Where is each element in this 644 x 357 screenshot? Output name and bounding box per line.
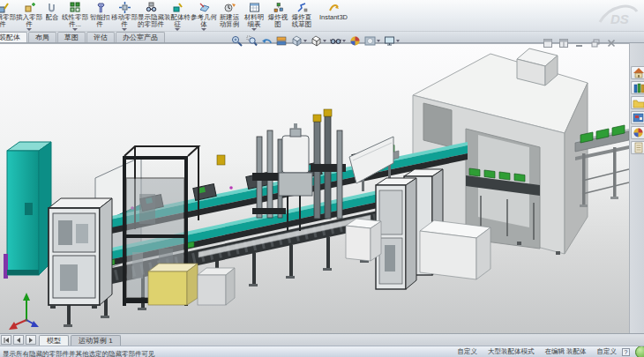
tab-assembly[interactable]: 装配体 — [0, 32, 27, 42]
dropdown-arrow-icon[interactable] — [251, 28, 257, 31]
section-view-icon — [276, 35, 288, 47]
minimize-button[interactable] — [575, 35, 584, 51]
toolbar-exploded-view-button[interactable]: 爆炸视图 — [266, 0, 289, 31]
exploded-view-icon — [273, 1, 284, 14]
view-settings-icon — [384, 35, 395, 47]
restore-button[interactable] — [591, 35, 600, 51]
gray-box[interactable] — [198, 268, 235, 305]
custom-properties-button[interactable] — [631, 141, 644, 154]
tab-motion-study-1[interactable]: 运动算例 1 — [71, 335, 121, 346]
insert-components-icon — [24, 1, 35, 14]
zoom-to-fit-icon — [231, 35, 243, 47]
help-icon[interactable]: ? — [622, 348, 630, 356]
appearances-scenes-button[interactable] — [631, 126, 644, 139]
section-view-button[interactable] — [276, 35, 288, 47]
toolbar-bill-of-materials-button[interactable]: 材料明细表 — [242, 0, 266, 31]
tab-sketch[interactable]: 草图 — [57, 32, 86, 42]
toolbar-linear-component-pattern-button[interactable]: 线性零部件... — [62, 0, 88, 31]
move-component-icon — [119, 1, 131, 14]
toolbar-reference-geometry-button[interactable]: 参考几何体 — [191, 0, 217, 31]
tab-evaluate[interactable]: 评估 — [86, 32, 115, 42]
watermark-text: DS — [610, 11, 629, 26]
dropdown-arrow-icon[interactable] — [323, 40, 326, 42]
dropdown-arrow-icon[interactable] — [201, 28, 206, 31]
view-orientation-button[interactable] — [291, 35, 307, 47]
toolbar-button-label: 显示隐藏的零部件 — [138, 14, 164, 28]
tab-scroll-left-button[interactable] — [13, 335, 24, 345]
display-style-button[interactable] — [311, 35, 326, 47]
reference-geometry-icon — [198, 1, 210, 14]
tab-layout[interactable]: 布局 — [28, 32, 56, 42]
smart-fasteners-icon — [94, 1, 106, 14]
show-hidden-components-icon — [146, 1, 157, 14]
status-custom-config[interactable]: 自定义 — [597, 347, 618, 356]
hide-show-items-icon — [330, 35, 341, 47]
dropdown-arrow-icon[interactable] — [303, 40, 307, 42]
tab-scroll-start-button[interactable] — [1, 335, 11, 345]
tab-model[interactable]: 模型 — [39, 335, 69, 346]
dropdown-arrow-icon[interactable] — [377, 40, 380, 42]
solidworks-resources-button[interactable] — [631, 66, 644, 79]
toolbar-button-label: 爆炸直线草图 — [289, 14, 314, 28]
toolbar-instant3d-button[interactable]: Instant3D — [314, 0, 353, 31]
apply-scene-button[interactable] — [364, 35, 380, 47]
tab-scroll-right-button[interactable] — [26, 335, 36, 345]
toolbar-mate-button[interactable]: 配合 — [42, 0, 62, 31]
toolbar-button-label: 装配体特征 — [164, 14, 191, 27]
previous-view-icon — [261, 35, 273, 47]
previous-view-button[interactable] — [261, 35, 273, 47]
exit-conveyor[interactable] — [575, 125, 629, 207]
view-palette-button[interactable] — [631, 111, 644, 124]
zoom-to-area-button[interactable] — [246, 35, 258, 47]
model-3d-view — [0, 44, 629, 334]
mate-icon — [47, 1, 58, 14]
dassault-systemes-watermark: DS — [593, 1, 639, 33]
toolbar-smart-fasteners-button[interactable]: 智能扣件 — [88, 0, 111, 31]
toolbar-show-hidden-components-button[interactable]: 显示隐藏的零部件 — [138, 0, 164, 31]
viewport-split-button[interactable] — [543, 35, 552, 51]
dropdown-arrow-icon[interactable] — [26, 28, 32, 31]
toolbar-new-motion-study-button[interactable]: 新建运动算例 — [217, 0, 242, 31]
tab-office-products[interactable]: 办公室产品 — [116, 32, 165, 42]
viewport-split-2-button[interactable] — [559, 35, 568, 51]
edit-appearance-icon — [349, 35, 361, 47]
appearance-ball-icon — [633, 127, 644, 138]
document-icon — [633, 142, 644, 153]
command-manager-toolbar: 编辑零部件 插入零部件 配合 线性零部件... 智能 — [0, 0, 644, 32]
apply-scene-icon — [364, 35, 376, 47]
home-icon — [633, 67, 644, 78]
dropdown-arrow-icon[interactable] — [342, 40, 346, 42]
toolbar-move-component-button[interactable]: 移动零部件 — [111, 0, 138, 31]
view-settings-button[interactable] — [384, 35, 400, 47]
toolbar-edit-component-button[interactable]: 编辑零部件 — [0, 0, 16, 31]
explode-line-sketch-icon — [296, 1, 308, 14]
dropdown-arrow-icon[interactable] — [122, 28, 127, 31]
graphics-area[interactable] — [0, 43, 629, 333]
toolbar-button-label: 爆炸视图 — [266, 14, 289, 28]
file-explorer-button[interactable] — [631, 96, 644, 109]
close-icon[interactable] — [607, 35, 616, 51]
instant3d-icon — [328, 1, 340, 14]
design-library-button[interactable] — [631, 81, 644, 94]
status-indicator-icon — [635, 346, 644, 357]
hide-show-items-button[interactable] — [330, 35, 346, 47]
yellow-box[interactable] — [148, 264, 198, 305]
toolbar-explode-line-sketch-button[interactable]: 爆炸直线草图 — [289, 0, 314, 31]
toolbar-assembly-features-button[interactable]: 装配体特征 — [164, 0, 191, 31]
toolbar-button-label: 新建运动算例 — [217, 14, 242, 28]
heads-up-view-toolbar — [231, 33, 400, 48]
palette-icon — [633, 112, 644, 123]
teal-cabinet[interactable] — [4, 142, 51, 279]
books-icon — [633, 82, 644, 93]
folder-icon — [633, 97, 644, 108]
toolbar-insert-components-button[interactable]: 插入零部件 — [16, 0, 42, 31]
vertical-stations[interactable] — [217, 109, 346, 231]
toolbar-button-label: 插入零部件 — [16, 14, 42, 27]
roof-box — [517, 48, 558, 86]
dropdown-arrow-icon[interactable] — [396, 40, 400, 42]
dropdown-arrow-icon[interactable] — [72, 28, 78, 31]
dropdown-arrow-icon[interactable] — [175, 28, 180, 31]
edit-appearance-button[interactable] — [349, 35, 361, 47]
zoom-to-fit-button[interactable] — [231, 35, 243, 47]
front-left-cabinet[interactable] — [49, 198, 112, 309]
